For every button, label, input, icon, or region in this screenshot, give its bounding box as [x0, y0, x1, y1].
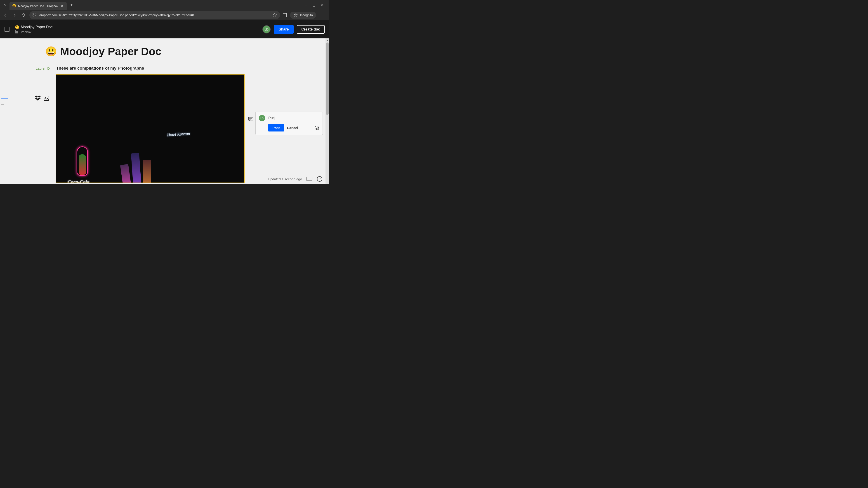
doc-emoji-icon: 😃	[15, 25, 20, 29]
doc-title-row[interactable]: 😃 Moodjoy Paper Doc	[15, 25, 53, 29]
maximize-icon[interactable]: ▢	[313, 3, 315, 7]
comment-actions: Post Cancel	[268, 124, 319, 131]
svg-rect-0	[33, 13, 34, 14]
avatar[interactable]: LD	[262, 25, 271, 33]
nav-right-controls: Incognito ⋮	[283, 12, 327, 19]
tab-bar: 😃 Moodjoy Paper Doc – Dropbox ✕ + ─ ▢ ✕	[0, 0, 329, 10]
window-controls: ─ ▢ ✕	[305, 3, 327, 7]
subtitle[interactable]: These are compilations of my Photographs	[56, 66, 144, 71]
bookmark-star-icon[interactable]	[273, 13, 277, 18]
comment-input[interactable]: Put	[268, 116, 319, 120]
back-button[interactable]	[2, 12, 8, 18]
forward-button[interactable]	[11, 12, 18, 18]
sidebar-toggle-icon[interactable]	[4, 27, 9, 32]
gallery-icon[interactable]	[43, 96, 49, 101]
dropbox-icon[interactable]	[35, 96, 40, 101]
tab-title: Moodjoy Paper Doc – Dropbox	[18, 4, 58, 8]
keyboard-icon[interactable]	[307, 177, 312, 181]
comment-top-row: LD Put	[259, 115, 319, 121]
breadcrumb-label: Dropbox	[20, 30, 31, 34]
image-coke-text: Coca-Cola	[68, 179, 90, 183]
browser-menu-icon[interactable]: ⋮	[319, 13, 325, 18]
svg-rect-7	[44, 96, 49, 101]
svg-point-13	[317, 127, 318, 127]
scroll-thumb[interactable]	[326, 42, 329, 115]
incognito-badge[interactable]: Incognito	[290, 12, 316, 19]
url-bar[interactable]: dropbox.com/scl/fi/n3zfj9fyi392l1d8x5ist…	[29, 11, 280, 19]
incognito-icon	[293, 13, 298, 18]
comment-marker-icon[interactable]	[248, 117, 254, 122]
app-header: 😃 Moodjoy Paper Doc Dropbox LD Share Cre…	[0, 20, 329, 38]
tab-search-dropdown[interactable]	[2, 2, 8, 8]
svg-point-12	[316, 127, 316, 127]
breadcrumb[interactable]: Dropbox	[15, 30, 53, 34]
svg-point-4	[294, 15, 296, 17]
svg-point-5	[296, 15, 297, 17]
page-emoji-icon[interactable]: 😃	[45, 46, 57, 57]
cancel-button[interactable]: Cancel	[287, 126, 298, 130]
site-settings-icon[interactable]	[33, 13, 37, 18]
url-text: dropbox.com/scl/fi/n3zfj9fyi392l1d8x5ist…	[39, 13, 270, 17]
svg-point-11	[315, 126, 318, 129]
nav-bar: dropbox.com/scl/fi/n3zfj9fyi392l1d8x5ist…	[0, 10, 329, 20]
help-icon[interactable]: ?	[317, 176, 322, 182]
author-name[interactable]: Lauren D	[27, 66, 50, 70]
browser-chrome: 😃 Moodjoy Paper Doc – Dropbox ✕ + ─ ▢ ✕ …	[0, 0, 329, 20]
title-row: 😃 Moodjoy Paper Doc	[45, 45, 329, 58]
new-tab-button[interactable]: +	[68, 2, 75, 8]
comment-box: LD Put Post Cancel	[255, 111, 323, 135]
header-right: LD Share Create doc	[262, 25, 324, 34]
scroll-up-icon[interactable]: ▲	[326, 39, 329, 41]
neon-bottle-graphic	[72, 147, 92, 183]
status-bar: Updated 1 second ago ?	[268, 176, 322, 182]
main-image[interactable]: Coca-Cola Hotel Kutetan	[56, 74, 245, 183]
svg-point-8	[45, 97, 46, 98]
tab-close-icon[interactable]: ✕	[60, 4, 64, 8]
comment-avatar: LD	[259, 115, 265, 121]
subtitle-row: Lauren D These are compilations of my Ph…	[0, 66, 329, 71]
browser-tab[interactable]: 😃 Moodjoy Paper Doc – Dropbox ✕	[9, 2, 67, 10]
neon-pillar	[143, 160, 151, 183]
close-window-icon[interactable]: ✕	[321, 3, 324, 7]
doc-name: Moodjoy Paper Doc	[21, 25, 53, 29]
image-left-tools	[35, 96, 49, 101]
svg-rect-1	[33, 15, 34, 16]
incognito-label: Incognito	[300, 13, 313, 17]
tab-favicon-icon: 😃	[12, 4, 16, 8]
emoji-add-icon[interactable]	[314, 125, 319, 130]
folder-icon	[15, 31, 18, 33]
post-button[interactable]: Post	[268, 124, 284, 131]
create-doc-button[interactable]: Create doc	[297, 25, 324, 34]
share-button[interactable]: Share	[274, 25, 293, 34]
doc-meta: 😃 Moodjoy Paper Doc Dropbox	[15, 25, 53, 34]
page-title[interactable]: Moodjoy Paper Doc	[60, 45, 161, 58]
minimize-icon[interactable]: ─	[305, 3, 307, 7]
neon-pillar	[120, 164, 132, 183]
image-hotel-text: Hotel Kutetan	[167, 131, 190, 137]
updated-text: Updated 1 second ago	[268, 177, 302, 181]
reload-button[interactable]	[20, 12, 27, 18]
doc-area: 😃 Moodjoy Paper Doc Lauren D These are c…	[0, 38, 329, 184]
neon-pillar	[131, 153, 142, 183]
doc-content: 😃 Moodjoy Paper Doc Lauren D These are c…	[0, 38, 329, 183]
side-panel-icon[interactable]	[283, 13, 287, 17]
scrollbar[interactable]: ▲	[326, 38, 329, 184]
